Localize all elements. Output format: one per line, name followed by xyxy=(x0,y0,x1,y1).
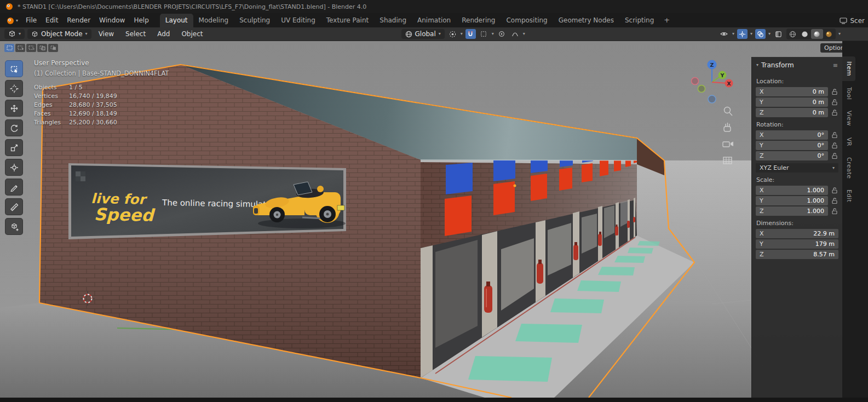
select-extend-mode-button[interactable] xyxy=(15,44,25,52)
lock-location-x-button[interactable] xyxy=(830,87,838,96)
viewport-info-overlay: User Perspective (1) Collection | Base-S… xyxy=(34,59,169,126)
shading-wireframe-button[interactable] xyxy=(787,29,799,39)
lock-scale-x-button[interactable] xyxy=(830,186,838,195)
menu-view[interactable]: View xyxy=(94,28,118,39)
sidebar-tab-create[interactable]: Create xyxy=(842,152,855,184)
chevron-down-icon[interactable]: ▾ xyxy=(838,32,841,36)
rotation-x-field[interactable]: X0° xyxy=(756,130,828,140)
transform-panel-header[interactable]: ▾ Transform ≡ xyxy=(756,60,838,74)
measure-tool[interactable] xyxy=(5,198,23,215)
rotation-z-field[interactable]: Z0° xyxy=(756,151,828,160)
chevron-down-icon[interactable]: ▾ xyxy=(523,32,525,36)
lock-scale-y-button[interactable] xyxy=(830,196,838,205)
scene-selector[interactable]: Scer xyxy=(840,17,865,27)
workspace-tab-scripting[interactable]: Scripting xyxy=(619,14,659,27)
chevron-down-icon[interactable]: ▾ xyxy=(768,32,771,36)
lock-rotation-y-button[interactable] xyxy=(830,141,838,150)
unlock-icon xyxy=(832,153,837,159)
scale-tool[interactable] xyxy=(5,139,23,156)
lock-location-z-button[interactable] xyxy=(830,108,838,117)
menu-render[interactable]: Render xyxy=(62,14,95,27)
workspace-tab-rendering[interactable]: Rendering xyxy=(456,14,501,27)
rotation-y-field[interactable]: Y0° xyxy=(756,141,828,150)
lock-location-y-button[interactable] xyxy=(830,97,838,107)
panel-menu-icon[interactable]: ≡ xyxy=(833,62,838,69)
menu-select[interactable]: Select xyxy=(121,28,150,39)
add-workspace-button[interactable]: + xyxy=(659,13,674,27)
stat-value: 12,690 / 18,149 xyxy=(69,110,169,117)
axis-value: 0° xyxy=(818,142,825,149)
sidebar-tab-tool[interactable]: Tool xyxy=(842,82,855,105)
editor-type-selector[interactable]: ▾ xyxy=(4,29,25,39)
location-z-field[interactable]: Z0 m xyxy=(756,108,828,117)
transform-tool[interactable] xyxy=(5,159,23,176)
transform-orientation-dropdown[interactable]: Global ▾ xyxy=(401,29,445,39)
menu-object[interactable]: Object xyxy=(177,28,207,39)
dimensions-z-field[interactable]: Z8.57 m xyxy=(756,250,838,259)
scale-z-field[interactable]: Z1.000 xyxy=(756,206,828,216)
select-box-tool[interactable] xyxy=(5,60,23,77)
add-cube-tool[interactable] xyxy=(5,218,23,235)
menu-help[interactable]: Help xyxy=(129,14,153,27)
workspace-tab-sculpting[interactable]: Sculpting xyxy=(234,14,275,27)
chevron-down-icon[interactable]: ▾ xyxy=(461,32,463,36)
rotate-tool[interactable] xyxy=(5,119,23,136)
gizmo-neg-x-ball[interactable] xyxy=(692,78,699,85)
snap-toggle-button[interactable] xyxy=(465,29,476,39)
menu-window[interactable]: Window xyxy=(95,14,129,27)
workspace-tab-shading[interactable]: Shading xyxy=(374,14,412,27)
scale-y-field[interactable]: Y1.000 xyxy=(756,196,828,205)
workspace-tab-compositing[interactable]: Compositing xyxy=(501,14,553,27)
axis-value: 0 m xyxy=(813,88,824,95)
scale-x-field[interactable]: X1.000 xyxy=(756,186,828,195)
snap-settings-button[interactable] xyxy=(479,29,489,39)
cursor-tool[interactable] xyxy=(5,80,23,97)
workspace-tab-layout[interactable]: Layout xyxy=(160,14,193,27)
location-y-field[interactable]: Y0 m xyxy=(756,97,828,107)
lock-rotation-z-button[interactable] xyxy=(830,151,838,160)
snap-pivot-button[interactable] xyxy=(447,29,458,39)
select-set-mode-button[interactable] xyxy=(4,44,14,52)
move-tool[interactable] xyxy=(5,100,23,117)
rotation-mode-dropdown[interactable]: XYZ Euler ▾ xyxy=(756,163,838,173)
show-gizmo-button[interactable] xyxy=(737,29,748,39)
chevron-down-icon[interactable]: ▾ xyxy=(750,32,752,36)
lock-rotation-x-button[interactable] xyxy=(830,130,838,140)
mode-selector[interactable]: Object Mode ▾ xyxy=(27,29,91,39)
dimensions-x-field[interactable]: X22.9 m xyxy=(756,229,838,238)
shading-solid-button[interactable] xyxy=(799,29,811,39)
annotate-tool[interactable] xyxy=(5,179,23,196)
scale-y-row: Y1.000 xyxy=(756,196,838,205)
visibility-dropdown-button[interactable] xyxy=(719,29,729,39)
chevron-down-icon[interactable]: ▾ xyxy=(492,32,494,36)
menu-file[interactable]: File xyxy=(21,14,41,27)
workspace-tab-geometry-nodes[interactable]: Geometry Nodes xyxy=(553,14,619,27)
xray-toggle-button[interactable] xyxy=(773,29,784,39)
location-x-field[interactable]: X0 m xyxy=(756,87,828,96)
workspace-tab-modeling[interactable]: Modeling xyxy=(193,14,234,27)
show-overlays-button[interactable] xyxy=(755,29,766,39)
lock-scale-z-button[interactable] xyxy=(830,206,838,216)
proportional-falloff-button[interactable] xyxy=(510,29,520,39)
shading-material-button[interactable] xyxy=(811,29,823,39)
sidebar-tab-edit[interactable]: Edit xyxy=(842,185,855,207)
sidebar-tab-vr[interactable]: VR xyxy=(842,133,855,151)
gizmo-neg-y-ball[interactable] xyxy=(698,85,705,93)
shading-rendered-button[interactable] xyxy=(823,29,835,39)
chevron-down-icon[interactable]: ▾ xyxy=(732,32,734,36)
sidebar-tab-item[interactable]: Item xyxy=(842,56,855,81)
workspace-tab-animation[interactable]: Animation xyxy=(412,14,456,27)
menu-edit[interactable]: Edit xyxy=(41,14,62,27)
menu-add[interactable]: Add xyxy=(153,28,174,39)
scene-icon xyxy=(840,18,847,24)
proportional-edit-button[interactable] xyxy=(497,29,507,39)
workspace-tab-texture-paint[interactable]: Texture Paint xyxy=(321,14,374,27)
workspace-tab-uv-editing[interactable]: UV Editing xyxy=(275,14,321,27)
dimensions-y-field[interactable]: Y179 m xyxy=(756,239,838,249)
gizmo-neg-z-ball[interactable] xyxy=(708,95,716,103)
select-intersect-mode-button[interactable] xyxy=(48,44,58,52)
select-invert-mode-button[interactable] xyxy=(37,44,47,52)
select-subtract-mode-button[interactable] xyxy=(26,44,36,52)
sidebar-tab-view[interactable]: View xyxy=(842,106,855,131)
app-menu-button[interactable]: ▾ xyxy=(3,15,21,27)
